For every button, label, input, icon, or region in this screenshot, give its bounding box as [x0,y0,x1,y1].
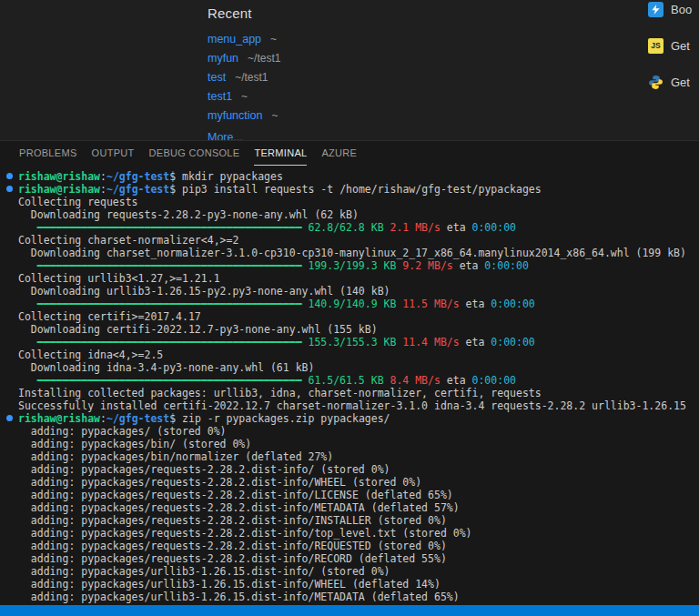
terminal-line: adding: pypackages/urllib3-1.26.15.dist-… [18,591,699,603]
recent-link[interactable]: test1 [208,90,232,103]
recent-list: menu_app~myfun~/test1test~/test1test1~my… [208,33,280,121]
recent-path: ~ [271,109,278,122]
vscode-window: Recent menu_app~myfun~/test1test~/test1t… [0,0,699,616]
recent-path: ~/test1 [248,52,280,65]
terminal-text-plain: adding: pypackages/bin/normalizer (defla… [18,450,333,463]
terminal-text-speed: 11.5 MB/s [396,298,459,310]
terminal-text-user: rishaw@rishaw [18,170,100,183]
command-decoration-dot[interactable] [6,415,13,421]
terminal-text-plain: : [100,412,106,425]
terminal-text-plain: Downloading certifi-2022.12.7-py3-none-a… [18,323,378,336]
terminal-line: Collecting urllib3<1.27,>=1.21.1 [18,272,699,285]
recent-link[interactable]: myfunction [208,109,262,122]
tab-debug-console[interactable]: DEBUG CONSOLE [149,141,240,166]
terminal-text-plain: eta [460,298,485,310]
terminal-text-user: rishaw@rishaw [18,183,100,196]
terminal-text-plain: adding: pypackages/requests-2.28.2.dist-… [18,514,447,527]
terminal-text-size: 155.3/155.3 KB [302,336,397,348]
walkthrough-item-productivity[interactable]: Boo [648,0,699,18]
terminal-text-plain: $ mkdir pypackages [169,170,283,183]
terminal-line: adding: pypackages/requests-2.28.2.dist-… [18,514,699,527]
recent-path: ~/test1 [235,71,268,84]
tab-terminal[interactable]: TERMINAL [254,141,307,166]
terminal-line: Collecting requests [18,196,699,208]
recent-more-link[interactable]: More... [208,131,243,140]
productivity-icon [648,2,664,17]
recent-link[interactable]: menu_app [208,33,261,45]
terminal-text-plain: Successfully installed certifi-2022.12.7… [18,399,686,412]
terminal-text-bar: ━━━━━━━━━━━━━━━━━━━━━━━━━━━━━━━━━━━━━━━━… [18,298,302,310]
terminal-line: Successfully installed certifi-2022.12.7… [18,399,699,412]
walkthrough-item-javascript[interactable]: JS Get [648,36,699,55]
recent-link[interactable]: test [208,71,226,84]
terminal-text-plain: $ pip3 install requests -t /home/rishaw/… [169,183,542,196]
terminal-text-plain: adding: pypackages/requests-2.28.2.dist-… [18,489,453,501]
terminal-line: rishaw@rishaw:~/gfg-test$ mkdir pypackag… [18,170,699,183]
terminal-text-plain: Collecting idna<4,>=2.5 [18,348,163,361]
panel-tab-bar: PROBLEMSOUTPUTDEBUG CONSOLETERMINALAZURE [0,141,699,166]
terminal-text-speed: 9.2 MB/s [396,259,452,272]
terminal-text-plain: eta [453,259,479,272]
terminal-line: adding: pypackages/bin/ (stored 0%) [18,438,699,450]
terminal-line: adding: pypackages/requests-2.28.2.dist-… [18,540,699,552]
terminal-text-size: 199.3/199.3 KB [302,259,397,272]
walkthrough-label: Get [671,76,690,89]
terminal-line: adding: pypackages/bin/normalizer (defla… [18,450,699,463]
javascript-icon: JS [648,38,664,54]
bottom-panel: PROBLEMSOUTPUTDEBUG CONSOLETERMINALAZURE… [0,140,699,605]
terminal-text-plain: adding: pypackages/requests-2.28.2.dist-… [18,540,447,552]
terminal-text-eta: 0:00:00 [478,259,528,272]
command-decoration-dot[interactable] [6,173,13,179]
command-decoration-dot[interactable] [6,186,13,192]
terminal-line: adding: pypackages/requests-2.28.2.dist-… [18,501,699,514]
terminal-text-eta: 0:00:00 [466,374,516,387]
terminal-text-plain: Collecting urllib3<1.27,>=1.21.1 [18,272,220,285]
recent-path: ~ [270,33,277,45]
terminal-line: adding: pypackages/requests-2.28.2.dist-… [18,489,699,501]
terminal-line: adding: pypackages/urllib3-1.26.15.dist-… [18,565,699,578]
recent-link[interactable]: myfun [208,52,238,65]
recent-item: myfun~/test1 [208,52,280,64]
terminal-text-plain: : [100,170,106,183]
terminal-text-plain: Downloading charset_normalizer-3.1.0-cp3… [18,247,686,259]
terminal-text-plain: eta [441,221,466,234]
terminal-text-plain: adding: pypackages/requests-2.28.2.dist-… [18,552,447,565]
terminal-text-plain: Installing collected packages: urllib3, … [18,387,542,399]
terminal-line: adding: pypackages/requests-2.28.2.dist-… [18,552,699,565]
terminal-line: Downloading certifi-2022.12.7-py3-none-a… [18,323,699,336]
terminal-line: Installing collected packages: urllib3, … [18,387,699,399]
walkthrough-label: Get [671,39,690,53]
recent-path: ~ [241,90,248,103]
walkthrough-item-python[interactable]: Get [648,73,699,91]
terminal-text-path: ~/gfg-test [106,183,169,196]
terminal-text-user: rishaw@rishaw [18,412,100,425]
tab-problems[interactable]: PROBLEMS [19,141,77,166]
tab-output[interactable]: OUTPUT [92,141,135,166]
terminal-text-path: ~/gfg-test [106,170,169,183]
terminal-text-plain: adding: pypackages/urllib3-1.26.15.dist-… [18,578,441,591]
terminal-text-plain: adding: pypackages/urllib3-1.26.15.dist-… [18,565,390,578]
terminal-output[interactable]: rishaw@rishaw:~/gfg-test$ mkdir pypackag… [0,166,699,605]
tab-azure[interactable]: AZURE [321,141,357,166]
terminal-text-plain: Downloading urllib3-1.26.15-py2.py3-none… [18,285,390,298]
terminal-text-eta: 0:00:00 [484,298,534,310]
terminal-line: ━━━━━━━━━━━━━━━━━━━━━━━━━━━━━━━━━━━━━━━━… [18,336,699,348]
terminal-line: rishaw@rishaw:~/gfg-test$ zip -r pypacka… [18,412,699,425]
terminal-text-bar: ━━━━━━━━━━━━━━━━━━━━━━━━━━━━━━━━━━━━━━━━… [18,221,302,234]
terminal-text-plain: Downloading requests-2.28.2-py3-none-any… [18,208,359,221]
terminal-text-plain: Collecting charset-normalizer<4,>=2 [18,234,238,247]
terminal-line: ━━━━━━━━━━━━━━━━━━━━━━━━━━━━━━━━━━━━━━━━… [18,259,699,272]
recent-section: Recent menu_app~myfun~/test1test~/test1t… [208,5,280,140]
terminal-text-plain: : [100,183,106,196]
terminal-text-size: 62.8/62.8 KB [302,221,384,234]
terminal-line: Collecting charset-normalizer<4,>=2 [18,234,699,247]
terminal-text-speed: 11.4 MB/s [396,336,459,348]
terminal-text-plain: Collecting certifi>=2017.4.17 [18,310,201,323]
python-icon [648,75,664,90]
terminal-text-size: 140.9/140.9 KB [302,298,397,310]
terminal-text-speed: 2.1 MB/s [384,221,441,234]
terminal-text-bar: ━━━━━━━━━━━━━━━━━━━━━━━━━━━━━━━━━━━━━━━━… [18,259,302,272]
terminal-text-plain: Downloading idna-3.4-py3-none-any.whl (6… [18,361,314,374]
terminal-text-plain: adding: pypackages/urllib3-1.26.15.dist-… [18,591,460,603]
terminal-text-eta: 0:00:00 [484,336,534,348]
